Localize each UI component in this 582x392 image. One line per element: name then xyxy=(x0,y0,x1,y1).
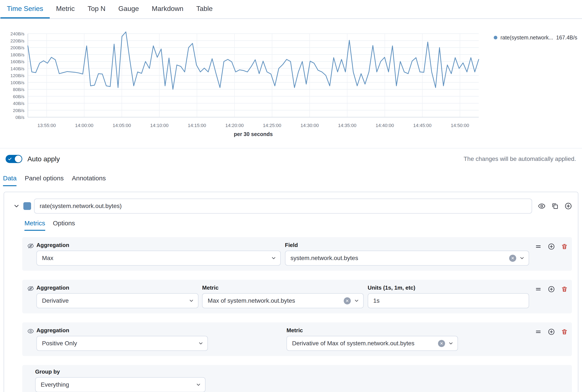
chevron-down-icon xyxy=(271,255,276,261)
y-axis-label: 40B/s xyxy=(13,101,25,106)
y-axis-label: 80B/s xyxy=(13,87,25,92)
select-value: Positive Only xyxy=(42,340,195,347)
chevron-down-icon xyxy=(189,298,194,304)
series-sub-tabs: Metrics Options xyxy=(25,220,572,231)
x-axis-label: 14:30:00 xyxy=(300,123,319,128)
clear-icon[interactable]: ✕ xyxy=(438,340,445,347)
chevron-down-icon xyxy=(448,340,454,346)
add-series-button[interactable] xyxy=(565,202,572,210)
legend-item[interactable]: rate(system.network... 167.4B/s xyxy=(494,34,577,41)
tab-data[interactable]: Data xyxy=(3,174,17,186)
trash-icon xyxy=(561,286,568,292)
units-input[interactable] xyxy=(368,293,529,308)
metric-row: Aggregation Positive Only Metric Derivat… xyxy=(22,322,572,356)
y-axis-label: 140B/s xyxy=(11,66,25,71)
x-axis-label: 14:00:00 xyxy=(75,123,94,128)
delete-metric-button[interactable] xyxy=(561,243,568,250)
series-color-swatch[interactable] xyxy=(23,202,31,210)
y-axis-label: 240B/s xyxy=(11,31,25,36)
auto-apply-toggle[interactable] xyxy=(6,155,22,163)
add-metric-button[interactable] xyxy=(548,286,555,292)
legend-dot xyxy=(494,36,497,40)
clear-icon[interactable]: ✕ xyxy=(509,255,516,262)
tab-metric[interactable]: Metric xyxy=(50,0,81,18)
auto-apply-hint: The changes will be automatically applie… xyxy=(463,156,576,162)
clone-series-button[interactable] xyxy=(551,202,559,210)
plus-circle-icon xyxy=(565,202,572,210)
x-axis-label: 14:50:00 xyxy=(451,123,469,128)
x-axis-label: 14:45:00 xyxy=(413,123,432,128)
tab-top-n[interactable]: Top N xyxy=(81,0,112,18)
metric-combo[interactable]: Derivative of Max of system.network.out.… xyxy=(287,336,458,351)
legend-label: rate(system.network... xyxy=(500,34,553,41)
units-label: Units (1s, 1m, etc) xyxy=(368,284,529,291)
x-axis-label: 14:35:00 xyxy=(338,123,357,128)
chevron-down-icon xyxy=(13,203,20,210)
trash-icon xyxy=(561,328,568,335)
trash-icon xyxy=(561,243,568,250)
select-value: Derivative xyxy=(42,297,186,304)
clear-icon[interactable]: ✕ xyxy=(344,297,351,304)
toggle-series-visibility-button[interactable] xyxy=(538,202,545,210)
y-axis-label: 0B/s xyxy=(16,115,25,120)
metric-row-actions xyxy=(535,243,568,250)
x-axis-label: 14:20:00 xyxy=(225,123,244,128)
tab-table[interactable]: Table xyxy=(190,0,219,18)
tab-gauge[interactable]: Gauge xyxy=(112,0,145,18)
field-label: Field xyxy=(285,242,529,248)
tab-annotations[interactable]: Annotations xyxy=(72,174,106,186)
collapse-series-button[interactable] xyxy=(13,202,20,210)
tab-time-series[interactable]: Time Series xyxy=(1,0,50,18)
field-combo[interactable]: system.network.out.bytes ✕ xyxy=(285,250,529,266)
drag-handle-icon[interactable] xyxy=(535,243,541,250)
metrics-list: Aggregation Max Field system.network.out… xyxy=(22,237,572,392)
combo-value: Max of system.network.out.bytes xyxy=(208,297,341,304)
drag-handle-icon[interactable] xyxy=(535,328,541,335)
x-axis-label: 14:05:00 xyxy=(113,123,131,128)
y-axis-label: 20B/s xyxy=(13,108,25,113)
aggregation-label: Aggregation xyxy=(37,327,208,334)
x-axis-label: 14:25:00 xyxy=(263,123,281,128)
add-metric-button[interactable] xyxy=(548,328,555,335)
chevron-down-icon xyxy=(198,340,204,346)
chevron-down-icon xyxy=(519,255,525,261)
eye-slash-icon xyxy=(28,285,34,292)
group-by-select[interactable]: Everything xyxy=(35,377,206,392)
aggregation-select[interactable]: Max xyxy=(37,250,281,266)
delete-metric-button[interactable] xyxy=(561,328,568,335)
aggregation-select[interactable]: Positive Only xyxy=(37,336,208,351)
tab-markdown[interactable]: Markdown xyxy=(145,0,190,18)
group-by-label: Group by xyxy=(35,368,206,375)
x-axis-label: 13:55:00 xyxy=(38,123,56,128)
chevron-down-icon xyxy=(196,382,201,388)
metric-combo[interactable]: Max of system.network.out.bytes ✕ xyxy=(202,293,363,308)
combo-value: system.network.out.bytes xyxy=(291,255,507,262)
delete-metric-button[interactable] xyxy=(561,286,568,292)
y-axis-label: 100B/s xyxy=(11,80,25,85)
aggregation-label: Aggregation xyxy=(37,242,281,248)
y-axis-label: 160B/s xyxy=(11,59,25,64)
select-value: Max xyxy=(42,255,268,262)
panel-editor: Auto apply The changes will be automatic… xyxy=(0,148,582,392)
panel-type-tabs: Time Series Metric Top N Gauge Markdown … xyxy=(0,0,582,19)
series-panel: Metrics Options Aggregation Max xyxy=(4,192,578,392)
tab-options[interactable]: Options xyxy=(53,220,75,231)
combo-value: Derivative of Max of system.network.out.… xyxy=(292,340,435,347)
legend-value: 167.4B/s xyxy=(556,34,577,41)
metric-label: Metric xyxy=(287,327,458,334)
drag-handle-icon[interactable] xyxy=(535,286,541,292)
y-axis-label: 120B/s xyxy=(11,73,25,78)
series-label-input[interactable] xyxy=(34,198,532,214)
select-value: Everything xyxy=(41,381,193,388)
tab-metrics[interactable]: Metrics xyxy=(25,220,45,231)
plus-circle-icon xyxy=(548,243,555,250)
y-axis-label: 220B/s xyxy=(11,38,25,43)
eye-icon xyxy=(538,202,545,210)
x-axis-label: 14:10:00 xyxy=(150,123,169,128)
add-metric-button[interactable] xyxy=(548,243,555,250)
eye-slash-icon xyxy=(28,243,34,250)
copy-icon xyxy=(551,202,559,210)
auto-apply-label: Auto apply xyxy=(28,155,60,163)
tab-panel-options[interactable]: Panel options xyxy=(25,174,64,186)
aggregation-select[interactable]: Derivative xyxy=(37,293,198,308)
